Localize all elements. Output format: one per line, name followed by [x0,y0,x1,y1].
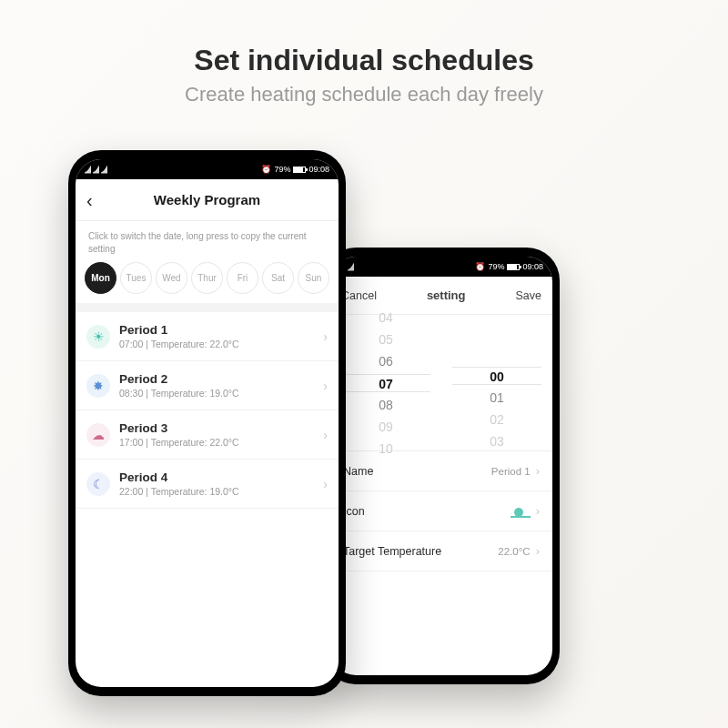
cancel-button[interactable]: Cancel [341,289,377,302]
status-bar: ⏰ 79% 09:08 [330,257,552,277]
sun-icon: ✸ [86,374,110,398]
day-chip-tues[interactable]: Tues [120,262,152,294]
hour-value[interactable]: 10 [379,440,393,458]
row-name-value: Period 1 [491,466,531,477]
battery-pct: 79% [488,262,504,271]
minute-value[interactable]: 02 [490,410,504,429]
minute-value[interactable]: 01 [490,389,504,407]
row-name-label: Name [343,465,373,478]
battery-icon [293,167,306,173]
screen-title: Weekly Program [154,192,260,207]
period-row-2[interactable]: ✸Period 208:30 | Temperature: 19.0°C› [76,361,339,410]
chevron-right-icon: › [323,477,328,491]
signal-icon [85,166,107,174]
day-chip-thur[interactable]: Thur [191,262,223,294]
back-icon[interactable]: ‹ [86,191,93,209]
page-subtitle: Create heating schedule each day freely [0,83,728,106]
period-name: Period 1 [119,323,314,337]
chevron-right-icon: › [323,428,328,442]
status-bar: ⏰ 79% 09:08 [76,159,339,179]
period-list: ☀Period 107:00 | Temperature: 22.0°C›✸Pe… [76,312,339,687]
hour-value[interactable]: 05 [379,330,393,349]
chevron-right-icon: › [536,544,540,558]
period-detail: 07:00 | Temperature: 22.0°C [119,339,314,349]
appbar: ‹ Weekly Program [76,179,339,221]
alarm-icon: ⏰ [475,262,485,271]
period-name: Period 3 [119,421,314,435]
period-detail: 08:30 | Temperature: 19.0°C [119,388,314,399]
day-chip-wed[interactable]: Wed [156,262,187,294]
alarm-icon: ⏰ [261,165,271,174]
hour-value[interactable]: 06 [379,352,393,370]
hour-column[interactable]: 04050607080910 [330,315,441,450]
minute-value[interactable]: 03 [490,432,504,450]
sunset-icon: ☁ [86,423,110,447]
period-detail: 22:00 | Temperature: 19.0°C [119,486,314,497]
day-selector: MonTuesWedThurFriSatSun [76,262,339,303]
setting-toolbar: Cancel setting Save [330,277,552,315]
period-name: Period 2 [119,372,314,386]
chevron-right-icon: › [323,379,328,393]
hour-value[interactable]: 04 [379,308,393,327]
day-chip-fri[interactable]: Fri [227,262,258,294]
chevron-right-icon: › [536,504,540,518]
battery-pct: 79% [274,165,290,174]
setting-title: setting [427,288,466,302]
hint-text: Click to switch the date, long press to … [76,221,339,262]
chevron-right-icon: › [536,464,540,478]
row-name[interactable]: Name Period 1› [330,451,552,491]
row-temp[interactable]: Target Temperature 22.0°C› [330,531,552,571]
hour-value[interactable]: 09 [379,418,393,436]
row-temp-label: Target Temperature [343,545,441,558]
day-chip-sun[interactable]: Sun [298,262,329,294]
period-name: Period 4 [119,470,314,484]
day-chip-sat[interactable]: Sat [262,262,294,294]
phone-weekly: ⏰ 79% 09:08 ‹ Weekly Program Click to sw… [68,150,346,696]
minute-column[interactable]: 00010203 [441,315,552,450]
hour-value[interactable]: 08 [379,396,393,414]
period-row-3[interactable]: ☁Period 317:00 | Temperature: 22.0°C› [76,410,339,460]
sunrise-icon [511,505,531,518]
page-title: Set individual schedules [0,44,728,77]
headline: Set individual schedules Create heating … [0,44,728,106]
divider [76,303,339,312]
phone-setting: ⏰ 79% 09:08 Cancel setting Save 04050607… [323,248,560,684]
hour-value[interactable]: 07 [341,374,430,392]
row-temp-value: 22.0°C [498,546,530,557]
sunrise-icon: ☀ [86,325,110,349]
row-icon[interactable]: Icon › [330,491,552,531]
day-chip-mon[interactable]: Mon [85,262,116,294]
status-time: 09:08 [522,262,543,271]
status-time: 09:08 [308,165,329,174]
period-detail: 17:00 | Temperature: 22.0°C [119,437,314,448]
moon-icon: ☾ [86,472,110,496]
minute-value[interactable]: 00 [452,367,541,385]
save-button[interactable]: Save [515,289,541,302]
row-icon-label: Icon [343,505,365,518]
battery-icon [507,264,520,270]
chevron-right-icon: › [323,329,328,344]
time-picker[interactable]: 04050607080910 00010203 [330,315,552,451]
period-row-1[interactable]: ☀Period 107:00 | Temperature: 22.0°C› [76,312,339,361]
period-row-4[interactable]: ☾Period 422:00 | Temperature: 19.0°C› [76,460,339,509]
